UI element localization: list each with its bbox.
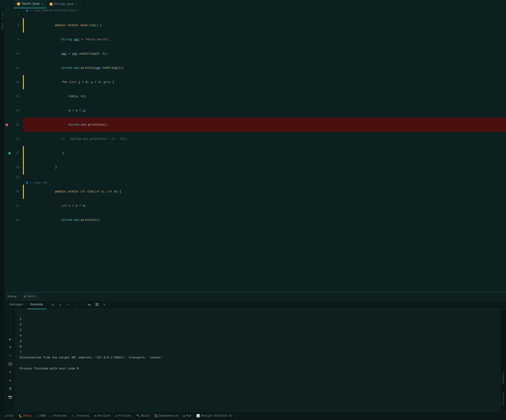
tab-string-close[interactable]: ✕ [75,2,77,6]
debug-session-close[interactable]: ✕ [36,295,37,298]
bookmarks-label[interactable]: Bookmarks [502,370,505,386]
debug-btn-camera[interactable]: 📷 [7,394,14,400]
tab-test4[interactable]: Test4.java ✕ [14,0,46,8]
terminal-icon: >_ [72,414,75,418]
code-text-8: public static void cla() { [24,18,506,33]
code-text-13: clb(a, b); [23,89,506,104]
code-line-9: 9 String var = "hello world"; [5,33,506,47]
status-problems-label: Problems [53,414,67,418]
line-num-8: 8 [15,24,21,27]
gutter-18: 18 [5,160,23,175]
dependencies-icon: ⬛ [154,414,158,418]
status-git[interactable]: ⎇ Git [2,412,16,420]
status-terminal[interactable]: >_ Terminal [69,412,92,420]
status-problems[interactable]: ⚠ Problems [48,412,69,420]
status-dependencies[interactable]: ⬛ Dependencies [152,412,181,420]
usage-text-2: 1 usage [30,181,41,184]
debug-icon: 🐛 [19,414,22,418]
code-line-21: 21 int c = a * b; [5,199,506,213]
line-num-18: 18 [15,166,21,169]
commit-label[interactable]: Commit [0,21,4,32]
tab-debugger-label: Debugger [10,303,24,306]
gutter-7: 7 [5,12,23,18]
person-icon-1: 👤 [26,9,28,12]
services-icon: ⚙ [94,414,96,418]
status-debug[interactable]: 🐛 Debug [16,412,34,420]
line-num-12: 12 [15,81,21,84]
console-line-7: 7 [20,349,497,355]
console-output[interactable]: - 1 2 2 4 4 8 7 Disconnected from the ta… [16,309,500,411]
editor-area: Project Commit 👤 1 usage DESKTOP-OC0T4C0… [0,8,506,411]
code-line-17: 17 } [5,146,506,160]
code-text-11: System.out.println(var.toString()); [23,61,506,75]
debug-btn-breakpoint[interactable]: ● [7,369,14,376]
toolbar-frames[interactable]: ≡ [101,302,107,308]
debug-btn-stop[interactable]: ⬛ [7,361,14,367]
debug-btn-mute[interactable]: ⊙ [7,377,14,384]
toolbar-step-out[interactable]: ↑ [79,302,86,308]
status-todo[interactable]: ☑ TODO [34,412,49,420]
usage-hint-2: 👤 1 usage new * [5,180,506,184]
gutter-22: 22 [5,213,23,227]
code-scroll[interactable]: 👤 1 usage DESKTOP-OC0T4C0\Franciz * 7 8 [5,8,506,292]
debug-session-tab[interactable]: 🖥 Test4 ✕ [21,293,40,300]
status-run[interactable]: ▶ Run [181,412,194,420]
debug-btn-up[interactable]: ↑ [7,319,14,326]
status-build[interactable]: 🔨 Build [134,412,152,420]
debug-btn-play[interactable]: ▶ [7,336,14,343]
git-icon: ⎇ [4,414,7,418]
problems-icon: ⚠ [51,414,53,418]
debug-session-label: Test4 [27,295,35,298]
gutter-12: 12 [5,75,23,89]
toolbar-step-over[interactable]: ↷ [64,302,71,308]
gutter-19: 19 [5,175,23,180]
console-line-empty [20,361,497,366]
tab-string[interactable]: String.java ✕ [46,0,80,8]
status-analyze[interactable]: 📊 Analyze Dataflow To [194,412,235,420]
project-label[interactable]: Project [0,8,4,21]
debug-btn-down[interactable]: ↓ [7,328,14,334]
code-line-18: 18 } [5,160,506,175]
toolbar-run-cursor[interactable]: ⏭ [86,302,93,308]
debug-btn-stack[interactable]: ≡ [7,352,14,359]
toolbar-step-into[interactable]: ↓ [72,302,78,308]
tab-console[interactable]: Console [27,301,46,309]
debug-panel: Debug: 🖥 Test4 ✕ Debugger Console ⊡ ↺ [5,292,506,411]
structure-label[interactable]: Structure [502,391,505,407]
console-line-2a: 2 [20,322,497,328]
far-left-sidebar: Project Commit [0,8,5,411]
gutter-13: 13 [5,89,23,104]
code-text-14: a = a + i; [23,104,506,118]
console-line-4b: 4 [20,338,497,344]
java-icon-test4 [17,2,20,6]
person-icon-2: 👤 [26,181,28,184]
toolbar-evaluate[interactable]: 🖼 [94,302,100,308]
line-num-15: 15 [15,123,21,126]
toolbar-screen[interactable]: ⊡ [50,302,56,308]
status-profiler[interactable]: ◎ Profiler [113,412,134,420]
debug-btn-pause[interactable]: ⏸ [7,344,14,351]
tab-test4-close[interactable]: ✕ [41,2,43,5]
usage-user-1: DESKTOP-OC0T4C0\Franciz * [43,9,80,12]
debug-btn-trash[interactable]: 🗑 [7,385,14,392]
console-line-8: 8 [20,344,497,349]
code-line-13: 13 clb(a, b); [5,89,506,104]
code-line-16: 16 // System.out.println(a / (a - 4)); [5,132,506,146]
line-num-22: 22 [15,218,21,222]
todo-icon: ☑ [36,414,38,418]
code-line-20: 20 public static int clb(int a, int b) { [5,184,506,199]
tab-debugger[interactable]: Debugger [7,301,27,309]
status-services[interactable]: ⚙ Services [92,412,113,420]
toolbar-resume[interactable]: ↺ [57,302,63,308]
breakpoint-15[interactable] [6,124,8,126]
build-icon: 🔨 [136,414,140,418]
debug-left-buttons: ⋮ ↑ ↓ ▶ ⏸ ≡ ⬛ ● ⊙ 🗑 📷 [5,309,16,411]
debug-btn-more[interactable]: ⋮ [7,311,14,318]
usage-user-2: new * [43,181,50,184]
status-debug-label: Debug [23,414,32,418]
line-num-19: 19 [15,176,21,179]
code-text-12: for (int i = 0; i < 4; i++) { [24,75,506,89]
status-git-label: Git [9,414,14,418]
tab-bar: Test4.java ✕ String.java ✕ [0,0,506,8]
gutter-21: 21 [5,199,23,213]
